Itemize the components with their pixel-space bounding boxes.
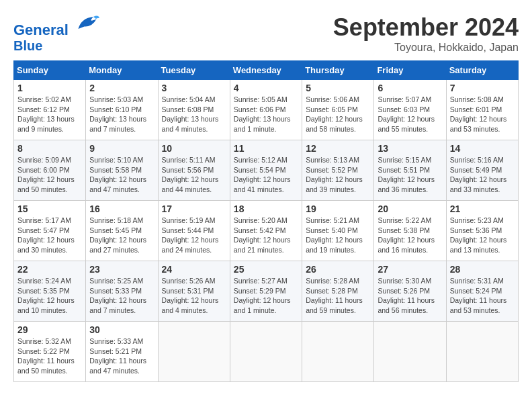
weekday-header-tuesday: Tuesday bbox=[158, 61, 230, 80]
day-number: 3 bbox=[162, 83, 226, 93]
weekday-header-sunday: Sunday bbox=[14, 61, 86, 80]
logo: General Blue bbox=[13, 13, 99, 53]
day-info: Sunrise: 5:17 AMSunset: 5:47 PMDaylight:… bbox=[17, 216, 82, 255]
day-info: Sunrise: 5:31 AMSunset: 5:24 PMDaylight:… bbox=[450, 276, 515, 316]
calendar-cell: 13Sunrise: 5:15 AMSunset: 5:51 PMDayligh… bbox=[374, 140, 446, 201]
month-title: September 2024 bbox=[333, 13, 519, 42]
day-info: Sunrise: 5:32 AMSunset: 5:22 PMDaylight:… bbox=[17, 336, 82, 376]
calendar-cell: 30Sunrise: 5:33 AMSunset: 5:21 PMDayligh… bbox=[86, 322, 158, 382]
calendar-cell bbox=[302, 322, 374, 382]
location-subtitle: Toyoura, Hokkaido, Japan bbox=[333, 42, 519, 54]
day-info: Sunrise: 5:03 AMSunset: 6:10 PMDaylight:… bbox=[89, 95, 154, 134]
calendar-cell: 19Sunrise: 5:21 AMSunset: 5:40 PMDayligh… bbox=[302, 201, 374, 261]
weekday-header-row: SundayMondayTuesdayWednesdayThursdayFrid… bbox=[14, 61, 519, 80]
day-number: 2 bbox=[89, 83, 154, 93]
calendar-cell: 7Sunrise: 5:08 AMSunset: 6:01 PMDaylight… bbox=[446, 80, 518, 140]
calendar-cell: 18Sunrise: 5:20 AMSunset: 5:42 PMDayligh… bbox=[230, 201, 302, 261]
calendar-cell: 4Sunrise: 5:05 AMSunset: 6:06 PMDaylight… bbox=[230, 80, 302, 140]
day-info: Sunrise: 5:04 AMSunset: 6:08 PMDaylight:… bbox=[162, 95, 226, 134]
calendar-week-2: 8Sunrise: 5:09 AMSunset: 6:00 PMDaylight… bbox=[14, 140, 519, 201]
calendar-cell: 16Sunrise: 5:18 AMSunset: 5:45 PMDayligh… bbox=[86, 201, 158, 261]
day-number: 7 bbox=[450, 83, 515, 93]
day-number: 28 bbox=[450, 264, 515, 275]
calendar-week-5: 29Sunrise: 5:32 AMSunset: 5:22 PMDayligh… bbox=[14, 322, 519, 382]
day-number: 8 bbox=[17, 143, 82, 154]
day-number: 24 bbox=[162, 264, 226, 275]
weekday-header-wednesday: Wednesday bbox=[230, 61, 302, 80]
day-number: 5 bbox=[306, 83, 370, 93]
day-number: 20 bbox=[378, 203, 442, 214]
weekday-header-saturday: Saturday bbox=[446, 61, 518, 80]
calendar-cell: 2Sunrise: 5:03 AMSunset: 6:10 PMDaylight… bbox=[86, 80, 158, 140]
day-info: Sunrise: 5:16 AMSunset: 5:49 PMDaylight:… bbox=[450, 155, 515, 195]
day-number: 4 bbox=[234, 83, 298, 93]
weekday-header-friday: Friday bbox=[374, 61, 446, 80]
title-area: September 2024 Toyoura, Hokkaido, Japan bbox=[333, 13, 519, 54]
day-number: 25 bbox=[234, 264, 298, 275]
calendar-cell: 6Sunrise: 5:07 AMSunset: 6:03 PMDaylight… bbox=[374, 80, 446, 140]
calendar-cell: 29Sunrise: 5:32 AMSunset: 5:22 PMDayligh… bbox=[14, 322, 86, 382]
day-number: 14 bbox=[450, 143, 515, 154]
weekday-header-monday: Monday bbox=[86, 61, 158, 80]
day-info: Sunrise: 5:33 AMSunset: 5:21 PMDaylight:… bbox=[89, 336, 154, 376]
day-info: Sunrise: 5:13 AMSunset: 5:52 PMDaylight:… bbox=[306, 155, 370, 195]
day-info: Sunrise: 5:09 AMSunset: 6:00 PMDaylight:… bbox=[17, 155, 82, 195]
day-info: Sunrise: 5:11 AMSunset: 5:56 PMDaylight:… bbox=[162, 155, 226, 195]
calendar-cell bbox=[158, 322, 230, 382]
calendar-cell: 21Sunrise: 5:23 AMSunset: 5:36 PMDayligh… bbox=[446, 201, 518, 261]
calendar-cell: 17Sunrise: 5:19 AMSunset: 5:44 PMDayligh… bbox=[158, 201, 230, 261]
calendar-cell: 27Sunrise: 5:30 AMSunset: 5:26 PMDayligh… bbox=[374, 261, 446, 322]
day-info: Sunrise: 5:24 AMSunset: 5:35 PMDaylight:… bbox=[17, 276, 82, 316]
weekday-header-thursday: Thursday bbox=[302, 61, 374, 80]
day-number: 18 bbox=[234, 203, 298, 214]
day-number: 26 bbox=[306, 264, 370, 275]
calendar-cell: 1Sunrise: 5:02 AMSunset: 6:12 PMDaylight… bbox=[14, 80, 86, 140]
logo-blue: Blue bbox=[13, 38, 99, 53]
day-info: Sunrise: 5:10 AMSunset: 5:58 PMDaylight:… bbox=[89, 155, 154, 195]
day-info: Sunrise: 5:27 AMSunset: 5:29 PMDaylight:… bbox=[234, 276, 298, 316]
day-number: 10 bbox=[162, 143, 226, 154]
day-number: 17 bbox=[162, 203, 226, 214]
day-info: Sunrise: 5:20 AMSunset: 5:42 PMDaylight:… bbox=[234, 216, 298, 255]
calendar-cell: 20Sunrise: 5:22 AMSunset: 5:38 PMDayligh… bbox=[374, 201, 446, 261]
day-info: Sunrise: 5:19 AMSunset: 5:44 PMDaylight:… bbox=[162, 216, 226, 255]
day-number: 12 bbox=[306, 143, 370, 154]
calendar-cell bbox=[446, 322, 518, 382]
calendar-cell: 25Sunrise: 5:27 AMSunset: 5:29 PMDayligh… bbox=[230, 261, 302, 322]
logo-general: General bbox=[13, 21, 69, 38]
calendar-cell: 5Sunrise: 5:06 AMSunset: 6:05 PMDaylight… bbox=[302, 80, 374, 140]
calendar-table: SundayMondayTuesdayWednesdayThursdayFrid… bbox=[13, 60, 519, 382]
calendar-week-1: 1Sunrise: 5:02 AMSunset: 6:12 PMDaylight… bbox=[14, 80, 519, 140]
day-number: 16 bbox=[89, 203, 154, 214]
day-number: 9 bbox=[89, 143, 154, 154]
logo-bird-icon bbox=[75, 11, 99, 35]
day-number: 15 bbox=[17, 203, 82, 214]
day-number: 30 bbox=[89, 324, 154, 335]
day-info: Sunrise: 5:08 AMSunset: 6:01 PMDaylight:… bbox=[450, 95, 515, 134]
calendar-cell: 11Sunrise: 5:12 AMSunset: 5:54 PMDayligh… bbox=[230, 140, 302, 201]
day-number: 6 bbox=[378, 83, 442, 93]
day-info: Sunrise: 5:30 AMSunset: 5:26 PMDaylight:… bbox=[378, 276, 442, 316]
page-header: General Blue September 2024 Toyoura, Hok… bbox=[13, 13, 519, 54]
day-info: Sunrise: 5:05 AMSunset: 6:06 PMDaylight:… bbox=[234, 95, 298, 134]
day-info: Sunrise: 5:25 AMSunset: 5:33 PMDaylight:… bbox=[89, 276, 154, 316]
day-number: 13 bbox=[378, 143, 442, 154]
calendar-cell bbox=[230, 322, 302, 382]
calendar-cell bbox=[374, 322, 446, 382]
calendar-cell: 3Sunrise: 5:04 AMSunset: 6:08 PMDaylight… bbox=[158, 80, 230, 140]
day-info: Sunrise: 5:06 AMSunset: 6:05 PMDaylight:… bbox=[306, 95, 370, 134]
calendar-cell: 24Sunrise: 5:26 AMSunset: 5:31 PMDayligh… bbox=[158, 261, 230, 322]
day-info: Sunrise: 5:28 AMSunset: 5:28 PMDaylight:… bbox=[306, 276, 370, 316]
calendar-cell: 10Sunrise: 5:11 AMSunset: 5:56 PMDayligh… bbox=[158, 140, 230, 201]
calendar-cell: 8Sunrise: 5:09 AMSunset: 6:00 PMDaylight… bbox=[14, 140, 86, 201]
day-info: Sunrise: 5:07 AMSunset: 6:03 PMDaylight:… bbox=[378, 95, 442, 134]
day-number: 27 bbox=[378, 264, 442, 275]
day-number: 21 bbox=[450, 203, 515, 214]
calendar-cell: 15Sunrise: 5:17 AMSunset: 5:47 PMDayligh… bbox=[14, 201, 86, 261]
day-number: 11 bbox=[234, 143, 298, 154]
day-number: 23 bbox=[89, 264, 154, 275]
day-info: Sunrise: 5:26 AMSunset: 5:31 PMDaylight:… bbox=[162, 276, 226, 316]
day-number: 22 bbox=[17, 264, 82, 275]
day-number: 1 bbox=[17, 83, 82, 93]
calendar-cell: 22Sunrise: 5:24 AMSunset: 5:35 PMDayligh… bbox=[14, 261, 86, 322]
